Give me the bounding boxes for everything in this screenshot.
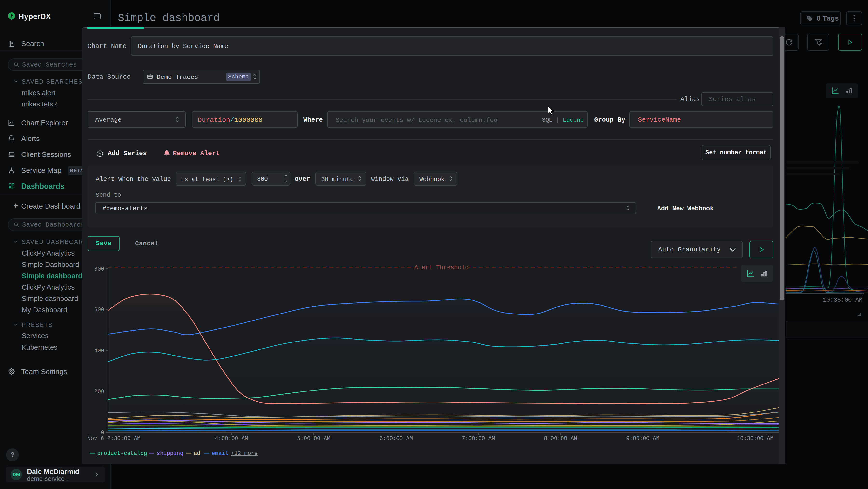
svg-text:9:00:00 AM: 9:00:00 AM	[626, 435, 659, 442]
svg-text:800: 800	[94, 266, 104, 272]
svg-text:Nov 6 2:30:00 AM: Nov 6 2:30:00 AM	[87, 435, 141, 442]
svg-text:Alert Threshold: Alert Threshold	[414, 264, 468, 271]
svg-text:4:00:00 AM: 4:00:00 AM	[215, 435, 248, 442]
svg-text:shipping: shipping	[157, 450, 183, 457]
svg-text:7:00:00 AM: 7:00:00 AM	[462, 435, 495, 442]
svg-text:0: 0	[101, 430, 104, 436]
svg-text:email: email	[212, 450, 228, 457]
svg-text:product-catalog: product-catalog	[97, 450, 147, 457]
svg-text:ad: ad	[194, 450, 200, 457]
svg-text:+12 more: +12 more	[231, 450, 257, 457]
svg-text:600: 600	[94, 307, 104, 313]
svg-text:400: 400	[94, 348, 104, 354]
svg-text:200: 200	[94, 389, 104, 395]
svg-text:6:00:00 AM: 6:00:00 AM	[379, 435, 413, 442]
svg-text:10:30:00 AM: 10:30:00 AM	[737, 435, 774, 442]
svg-text:8:00:00 AM: 8:00:00 AM	[544, 435, 577, 442]
svg-text:5:00:00 AM: 5:00:00 AM	[297, 435, 330, 442]
